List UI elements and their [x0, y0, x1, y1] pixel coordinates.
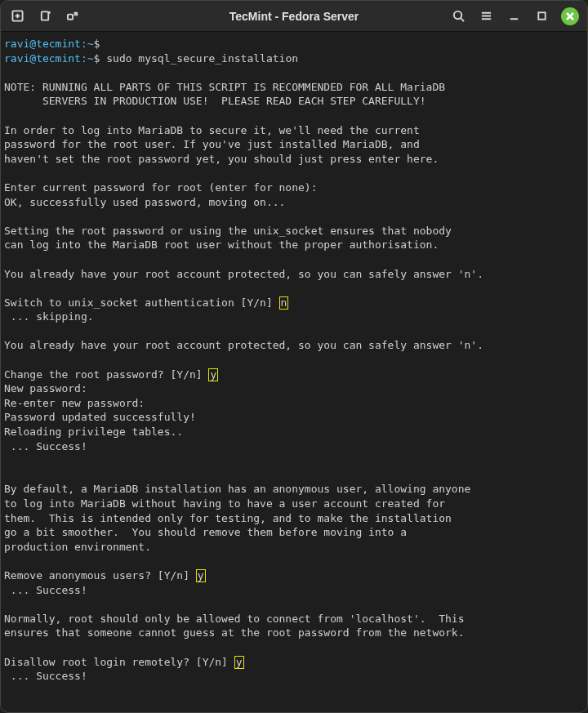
output-line: haven't set the root password yet, you s… — [4, 153, 439, 165]
output-line: them. This is intended only for testing,… — [4, 512, 452, 524]
svg-rect-6 — [67, 15, 72, 20]
prompt-change-root: Change the root password? [Y/n] — [4, 368, 208, 381]
answer-remove-anon: y — [196, 569, 206, 582]
output-line: Reloading privilege tables.. — [4, 426, 183, 438]
minimize-button[interactable] — [501, 3, 527, 29]
output-line: ... Success! — [4, 584, 87, 596]
output-line: to log into MariaDB without having to ha… — [4, 497, 445, 510]
output-line: ensures that someone cannot guess at the… — [4, 626, 465, 639]
menu-button[interactable] — [473, 3, 499, 29]
output-line: Normally, root should only be allowed to… — [4, 613, 465, 625]
prompt-disallow-remote: Disallow root login remotely? [Y/n] — [4, 656, 234, 668]
prompt-unix-socket: Switch to unix_socket authentication [Y/… — [4, 296, 279, 309]
output-line: New password: — [4, 382, 87, 394]
output-line: ... skipping. — [4, 310, 94, 323]
output-line: can log into the MariaDB root user witho… — [4, 238, 439, 251]
output-line: You already have your root account prote… — [4, 339, 483, 351]
svg-point-8 — [453, 11, 461, 19]
svg-rect-3 — [41, 11, 47, 20]
output-line: By default, a MariaDB installation has a… — [4, 483, 470, 495]
output-line: production environment. — [4, 541, 151, 553]
output-line: go a bit smoother. You should remove the… — [4, 526, 407, 538]
prompt-cwd: ~ — [87, 38, 94, 50]
output-line: Re-enter new password: — [4, 397, 145, 409]
answer-unix-socket: n — [279, 296, 289, 310]
terminal-output[interactable]: ravi@tecmint:~$ ravi@tecmint:~$ sudo mys… — [1, 32, 587, 712]
output-line: Setting the root password or using the u… — [4, 225, 452, 237]
new-window-button[interactable] — [32, 3, 58, 29]
answer-disallow-remote: y — [234, 656, 244, 669]
window-title: TecMint - Fedora Server — [229, 10, 359, 23]
output-line: password for the root user. If you've ju… — [4, 138, 420, 150]
output-line: ... Success! — [4, 670, 87, 682]
output-line: ... Success! — [4, 440, 87, 452]
output-line: SERVERS IN PRODUCTION USE! PLEASE READ E… — [4, 95, 426, 107]
prompt-user-host: ravi@tecmint — [4, 38, 81, 50]
svg-line-9 — [461, 18, 464, 21]
new-tab-button[interactable] — [4, 3, 30, 29]
output-line: In order to log into MariaDB to secure i… — [4, 124, 420, 136]
output-line: OK, successfully used password, moving o… — [4, 196, 285, 208]
split-terminal-button[interactable] — [60, 3, 86, 29]
svg-rect-14 — [538, 12, 545, 19]
output-line: You already have your root account prote… — [4, 268, 483, 280]
search-button[interactable] — [445, 3, 471, 29]
close-button[interactable] — [561, 7, 579, 25]
output-line: Password updated successfully! — [4, 411, 196, 423]
command-text: sudo mysql_secure_installation — [106, 52, 298, 65]
prompt-remove-anon: Remove anonymous users? [Y/n] — [4, 569, 196, 582]
answer-change-root: y — [208, 368, 218, 381]
output-line: NOTE: RUNNING ALL PARTS OF THIS SCRIPT I… — [4, 81, 445, 93]
maximize-button[interactable] — [528, 3, 555, 29]
output-line: Enter current password for root (enter f… — [4, 181, 318, 194]
titlebar: TecMint - Fedora Server — [1, 1, 587, 32]
